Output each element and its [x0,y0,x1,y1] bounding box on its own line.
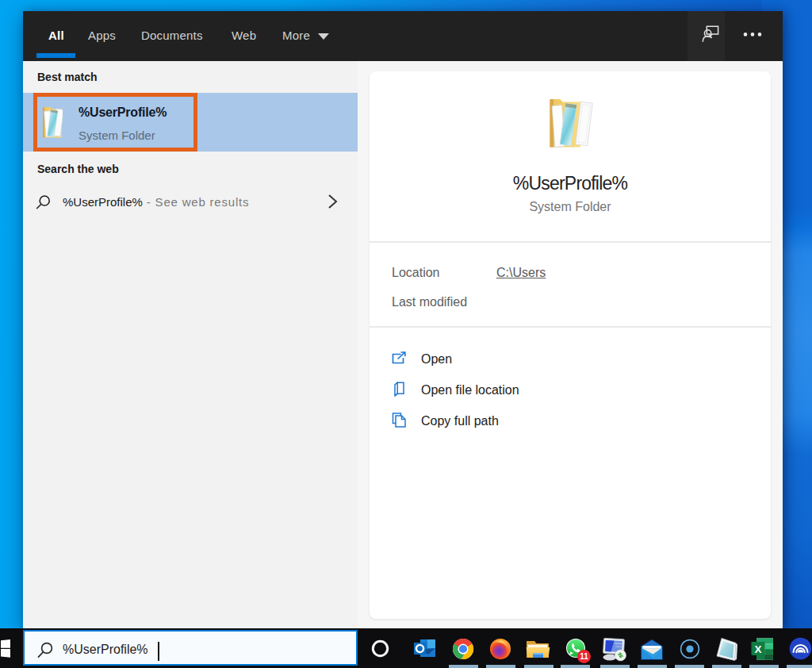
svg-text:X: X [754,643,761,655]
